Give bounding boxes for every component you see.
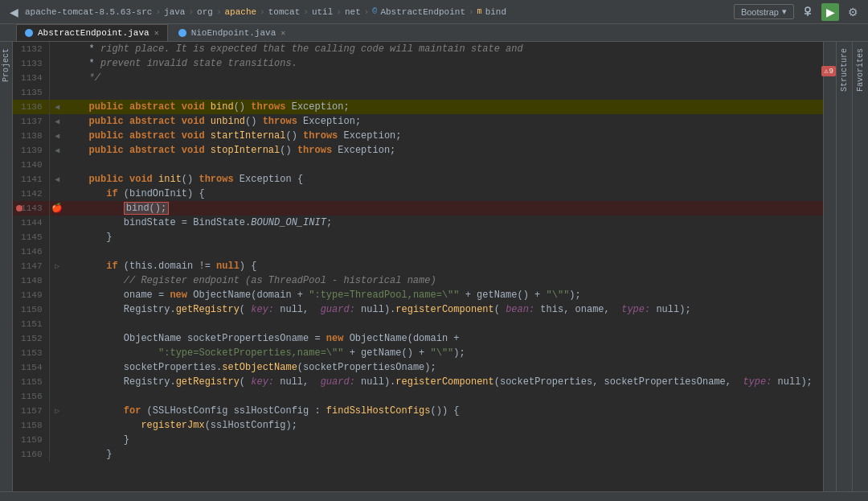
line-number[interactable]: 1134 xyxy=(13,71,49,85)
line-number[interactable]: 1152 xyxy=(13,331,49,346)
code-line: * right place. It is expected that the c… xyxy=(65,42,823,56)
gutter-cell[interactable] xyxy=(49,389,65,404)
line-number[interactable]: 1148 xyxy=(13,273,49,288)
line-number[interactable]: 1157 xyxy=(13,404,49,418)
line-number[interactable]: 1159 xyxy=(13,433,49,447)
breadcrumb-part-7: net xyxy=(345,7,361,17)
project-panel[interactable]: Project xyxy=(0,42,13,491)
tab-bar: AbstractEndpoint.java ✕ NioEndpoint.java… xyxy=(0,24,868,42)
line-number[interactable]: 1144 xyxy=(13,216,49,230)
gutter-cell[interactable]: ◀ xyxy=(49,114,65,129)
apple-icon[interactable]: 🍎 xyxy=(51,203,63,213)
code-line: bindState = BindState.BOUND_ON_INIT; xyxy=(65,216,823,230)
favorites-panel[interactable]: Favorites xyxy=(852,42,868,491)
fold-arrow[interactable]: ◀ xyxy=(55,103,59,112)
gutter-cell[interactable] xyxy=(49,273,65,288)
gutter-cell[interactable]: 🍎 xyxy=(49,201,65,216)
gutter-cell[interactable]: ◀ xyxy=(49,172,65,187)
config-dropdown-button[interactable]: Bootstrap ▾ xyxy=(734,4,794,19)
line-number[interactable]: 1149 xyxy=(13,288,49,302)
breadcrumb-part-4: apache xyxy=(224,7,256,17)
fold-arrow[interactable]: ◀ xyxy=(55,175,59,184)
tab-close-nio[interactable]: ✕ xyxy=(280,28,285,38)
gutter-cell[interactable] xyxy=(49,244,65,259)
sep-6: › xyxy=(336,7,342,17)
gutter-cell[interactable]: ◀ xyxy=(49,129,65,143)
line-number[interactable]: 1135 xyxy=(13,85,49,100)
breakpoint-dot[interactable] xyxy=(16,205,23,211)
line-number[interactable]: 1139 xyxy=(13,143,49,158)
code-line xyxy=(65,158,823,172)
structure-label[interactable]: Structure xyxy=(840,48,849,92)
line-number[interactable]: 1133 xyxy=(13,56,49,71)
fold-arrow[interactable]: ◀ xyxy=(55,132,59,141)
fold-triangle[interactable]: ▷ xyxy=(55,407,59,416)
tab-icon-nio xyxy=(178,29,186,37)
fold-arrow[interactable]: ◀ xyxy=(55,117,59,126)
tab-abstract-endpoint[interactable]: AbstractEndpoint.java ✕ xyxy=(16,24,168,41)
gutter-cell[interactable] xyxy=(49,42,65,56)
line-number[interactable]: 1142 xyxy=(13,187,49,201)
line-number[interactable]: 1132 xyxy=(13,42,49,56)
gutter-cell[interactable]: ◀ xyxy=(49,100,65,114)
line-number[interactable]: 1143 xyxy=(13,201,49,216)
project-panel-label[interactable]: Project xyxy=(2,48,10,82)
gutter-cell[interactable]: ▷ xyxy=(49,259,65,273)
code-line: public abstract void stopInternal() thro… xyxy=(65,143,823,158)
line-number[interactable]: 1151 xyxy=(13,317,49,331)
sep-2: › xyxy=(188,7,194,17)
gutter-cell[interactable] xyxy=(49,360,65,375)
code-line: * prevent invalid state transitions. xyxy=(65,56,823,71)
breadcrumb-class: AbstractEndpoint xyxy=(380,7,465,17)
gutter-cell[interactable] xyxy=(49,433,65,447)
gutter-cell[interactable] xyxy=(49,288,65,302)
back-button[interactable]: ◀ xyxy=(6,4,22,20)
line-number[interactable]: 1137 xyxy=(13,114,49,129)
gutter-cell[interactable] xyxy=(49,230,65,244)
code-editor[interactable]: 1132 * right place. It is expected that … xyxy=(13,42,823,491)
gutter-cell[interactable] xyxy=(49,317,65,331)
gutter-cell[interactable] xyxy=(49,331,65,346)
gutter-cell[interactable] xyxy=(49,216,65,230)
line-number[interactable]: 1158 xyxy=(13,418,49,433)
svg-point-0 xyxy=(805,7,810,12)
line-number[interactable]: 1150 xyxy=(13,302,49,317)
gutter-cell[interactable] xyxy=(49,447,65,462)
gutter-cell[interactable] xyxy=(49,85,65,100)
gutter-cell[interactable] xyxy=(49,71,65,85)
run-button[interactable]: ▶ xyxy=(821,3,839,21)
gutter-cell[interactable]: ▷ xyxy=(49,404,65,418)
line-number[interactable]: 1146 xyxy=(13,244,49,259)
breadcrumb-part-1: apache-tomcat-8.5.63-src xyxy=(25,7,152,17)
line-number[interactable]: 1140 xyxy=(13,158,49,172)
line-number[interactable]: 1160 xyxy=(13,447,49,462)
line-number[interactable]: 1145 xyxy=(13,230,49,244)
bottom-scrollbar[interactable] xyxy=(0,491,868,501)
gutter-cell[interactable] xyxy=(49,56,65,71)
gutter-cell[interactable] xyxy=(49,418,65,433)
line-number[interactable]: 1156 xyxy=(13,389,49,404)
tab-nio-endpoint[interactable]: NioEndpoint.java ✕ xyxy=(170,24,295,41)
gutter-cell[interactable] xyxy=(49,187,65,201)
line-number[interactable]: 1153 xyxy=(13,346,49,360)
fold-triangle[interactable]: ▷ xyxy=(55,262,59,271)
line-number[interactable]: 1155 xyxy=(13,375,49,389)
line-number[interactable]: 1138 xyxy=(13,129,49,143)
structure-panel[interactable]: Structure xyxy=(836,42,852,491)
line-number[interactable]: 1147 xyxy=(13,259,49,273)
fold-arrow[interactable]: ◀ xyxy=(55,146,59,155)
code-line: socketProperties.setObjectName(socketPro… xyxy=(65,360,823,375)
line-number[interactable]: 1136 xyxy=(13,100,49,114)
line-number[interactable]: 1154 xyxy=(13,360,49,375)
gutter-cell[interactable] xyxy=(49,375,65,389)
settings-button[interactable]: ⚙ xyxy=(844,3,862,21)
line-number[interactable]: 1141 xyxy=(13,172,49,187)
gutter-cell[interactable]: ◀ xyxy=(49,143,65,158)
debug-button[interactable] xyxy=(799,3,817,21)
favorites-label[interactable]: Favorites xyxy=(856,48,865,92)
tab-close-abstract[interactable]: ✕ xyxy=(154,28,159,38)
gutter-cell[interactable] xyxy=(49,346,65,360)
gutter-cell[interactable] xyxy=(49,158,65,172)
gutter-cell[interactable] xyxy=(49,302,65,317)
breadcrumb-part-5: tomcat xyxy=(268,7,301,17)
